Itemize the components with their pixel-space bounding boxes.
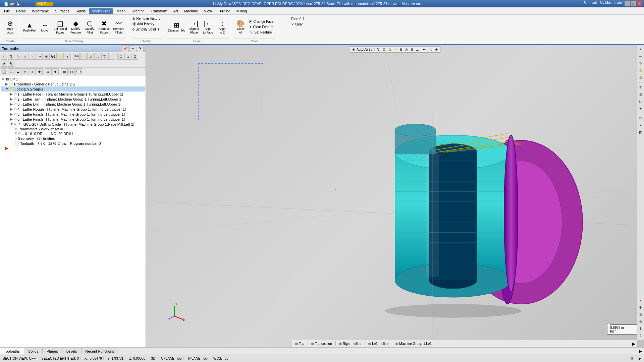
remove-faces-button[interactable]: ✖ Remove Faces bbox=[97, 19, 111, 35]
tree-item-geometry[interactable]: ○ Geometry - (3) Entities bbox=[1, 136, 145, 141]
align-to-plane-button[interactable]: →| Align to Plane bbox=[187, 19, 201, 35]
status-settings-btn[interactable]: ⚙ bbox=[629, 357, 635, 360]
tp-triangle-up-btn[interactable]: △ bbox=[94, 53, 101, 60]
bottom-tab-solids[interactable]: Solids bbox=[24, 348, 43, 354]
viewport-tab-right-inline[interactable]: Right - inline bbox=[336, 341, 365, 346]
viewport-tab-left-inline[interactable]: Left - inline bbox=[365, 341, 392, 346]
tp-arrow2-btn[interactable]: ➤ bbox=[1, 60, 7, 67]
rt-question[interactable]: ? bbox=[638, 333, 644, 339]
vp-tb-btn2[interactable]: ⊡ bbox=[382, 47, 386, 52]
tp-circle-btn[interactable]: ○ bbox=[29, 68, 36, 75]
move-button[interactable]: ↔ Move bbox=[38, 21, 52, 33]
viewport-tab-machine-group[interactable]: Machine Group-1.Left bbox=[392, 341, 435, 346]
rt-top[interactable]: ⊤ bbox=[638, 84, 644, 90]
tp-dots-btn[interactable]: ⋯ bbox=[36, 53, 43, 60]
undo-btn[interactable]: ↩ bbox=[21, 1, 27, 6]
vp-tb-btn9[interactable]: ↩ bbox=[422, 47, 427, 52]
rt-rotate[interactable]: ↻ bbox=[638, 60, 644, 66]
tree-item-op6-lathe-finish[interactable]: ▶ ☑ 6 - Lathe Finish - [Tplane: Machine … bbox=[1, 117, 145, 122]
menu-item-transform[interactable]: Transform bbox=[148, 8, 170, 14]
bottom-tab-planes[interactable]: Planes bbox=[43, 348, 62, 354]
tp-select-btn[interactable]: ↖ bbox=[1, 53, 7, 60]
menu-item-solids[interactable]: Solids bbox=[73, 8, 88, 14]
menu-item-mesh[interactable]: Mesh bbox=[114, 8, 128, 14]
viewport-tab-top-section[interactable]: Top section bbox=[308, 341, 336, 346]
clear-button[interactable]: ✕ Clear bbox=[290, 22, 306, 27]
rt-expand[interactable]: ⊟ bbox=[638, 311, 644, 317]
tp-connect-btn[interactable]: ⟷ bbox=[75, 68, 82, 75]
rt-fit[interactable]: ⊡ bbox=[638, 74, 644, 80]
hole-axis-button[interactable]: ⊕ Hole Axis bbox=[3, 19, 17, 35]
modify-feature-button[interactable]: ◆ Modify Feature bbox=[69, 19, 83, 35]
vp-tb-btn11[interactable]: ⊕ bbox=[434, 47, 439, 52]
tp-lock-btn[interactable]: 🔒 bbox=[87, 53, 94, 60]
close-button[interactable]: ✕ bbox=[637, 1, 642, 6]
bottom-tab-recent[interactable]: Recent Functions bbox=[82, 348, 119, 354]
menu-item-wireframe[interactable]: Wireframe bbox=[29, 8, 52, 14]
status-expand-btn[interactable]: ▶ bbox=[637, 357, 643, 360]
menu-item-file[interactable]: File bbox=[1, 8, 13, 14]
tp-expand-btn[interactable]: ↔ bbox=[80, 53, 87, 60]
push-pull-button[interactable]: ▲ Push-Pull bbox=[22, 21, 38, 33]
rt-shade[interactable]: ■ bbox=[638, 122, 644, 128]
tp-triangle-btn[interactable]: ▲ bbox=[15, 68, 21, 75]
tp-cross2-btn[interactable]: ✚ bbox=[36, 68, 43, 75]
tree-item-tool[interactable]: # #4 - 0.1610 DRILL - NO. 20 DRILL bbox=[1, 131, 145, 136]
remove-fillets-button[interactable]: 〰 Remove Fillets bbox=[112, 19, 126, 35]
rt-red-dot[interactable]: ● bbox=[638, 297, 644, 303]
tp-node-btn[interactable]: ⊡ bbox=[131, 53, 138, 60]
rt-shaded-wire[interactable]: ◩ bbox=[638, 129, 644, 135]
tree-item-toolpath-nc[interactable]: 📄 Toolpath - 7.6K - 1275-24.nc - Program… bbox=[1, 141, 145, 146]
tp-wave2-btn[interactable]: ≈ bbox=[108, 53, 115, 60]
tp-node2-btn[interactable]: ⊟ bbox=[68, 68, 75, 75]
tree-item-op2-lathe-turn[interactable]: ▶ ☑ 2 - Lathe Turn - [Tplane: Machine Gr… bbox=[1, 97, 145, 102]
tree-item-properties[interactable]: ▶ 📄 Properties - Generic Fanuc Lathe DS bbox=[1, 81, 145, 86]
panel-close-button[interactable]: ✕ bbox=[137, 45, 144, 52]
vp-tb-btn5[interactable]: ⊞ bbox=[398, 47, 403, 52]
vp-tb-btn3[interactable]: 🔒 bbox=[387, 47, 393, 52]
tree-item-toolpath-group[interactable]: ▼ 📁 Toolpath Group-1 bbox=[1, 86, 145, 92]
tp-save-btn[interactable]: 💾 bbox=[73, 53, 80, 60]
vp-tb-btn6[interactable]: ◎ bbox=[404, 47, 409, 52]
tp-diamond-btn[interactable]: ◇ bbox=[22, 68, 29, 75]
tp-list-btn[interactable]: ≡ bbox=[45, 68, 52, 75]
rt-iso[interactable]: ◈ bbox=[638, 105, 644, 111]
tp-home-btn[interactable]: 🏠 bbox=[1, 68, 7, 75]
menu-item-turning[interactable]: Turning bbox=[215, 8, 233, 14]
tp-checkall-btn[interactable]: ☑ bbox=[117, 53, 124, 60]
bottom-tab-levels[interactable]: Levels bbox=[62, 348, 82, 354]
remove-history-button[interactable]: 🗑 Remove History bbox=[131, 16, 162, 21]
rt-info[interactable]: ℹ bbox=[638, 325, 644, 331]
tp-square-btn[interactable]: □ bbox=[124, 53, 131, 60]
tree-item-parameters[interactable]: ⚙ Parameters - Work offset #0 bbox=[1, 127, 145, 131]
tp-arrow-btn[interactable]: ↗ bbox=[22, 53, 29, 60]
tp-cross-btn[interactable]: ✕ bbox=[15, 53, 21, 60]
menu-item-drafting[interactable]: Drafting bbox=[129, 8, 147, 14]
vp-tabs-scroll-right[interactable]: ▶ bbox=[631, 342, 637, 346]
tp-triangle-dn-btn[interactable]: ▽ bbox=[101, 53, 108, 60]
tree-item-op1[interactable]: ▼ 🖥 OP 1 bbox=[1, 77, 145, 81]
tree-item-op1-lathe-face[interactable]: ▶ ☑ 1 - Lathe Face - [Tplane: Machine Gr… bbox=[1, 92, 145, 97]
tp-chain-btn[interactable]: ⛓ bbox=[8, 53, 14, 60]
vp-tb-btn7[interactable]: ⊟ bbox=[410, 47, 414, 52]
menu-item-view[interactable]: View bbox=[201, 8, 215, 14]
add-history-button[interactable]: ➕ Add History bbox=[131, 21, 162, 26]
viewport-tab-top[interactable]: Top bbox=[292, 341, 308, 346]
tp-grid-btn[interactable]: ⊞ bbox=[61, 68, 68, 75]
vp-tb-btn10[interactable]: 🔍 bbox=[427, 47, 433, 52]
rt-right[interactable]: ▷ bbox=[638, 98, 644, 104]
rt-zoom-in[interactable]: + bbox=[638, 46, 644, 52]
panel-pin-button[interactable]: 📌 bbox=[122, 45, 129, 52]
tp-g1-btn[interactable]: G1 bbox=[50, 53, 57, 60]
menu-item-milling[interactable]: Milling bbox=[234, 8, 250, 14]
rt-pan[interactable]: ✋ bbox=[638, 67, 644, 73]
vp-tb-btn1[interactable]: 🖱 bbox=[376, 47, 381, 52]
vp-tb-btn4[interactable]: ○ bbox=[394, 47, 398, 52]
simplify-solid-button[interactable]: ◇ Simplify Solid ▼ bbox=[131, 27, 162, 32]
bottom-tabs-scroll[interactable]: ▶ bbox=[637, 349, 644, 354]
menu-item-machine[interactable]: Machine bbox=[181, 8, 201, 14]
panel-minimize-button[interactable]: ─ bbox=[129, 45, 136, 52]
modify-fillet-button[interactable]: ⬡ Modify Fillet bbox=[83, 19, 97, 35]
tp-info-btn[interactable]: ? bbox=[64, 53, 71, 60]
rt-expand2[interactable]: ⊞ bbox=[638, 318, 644, 324]
